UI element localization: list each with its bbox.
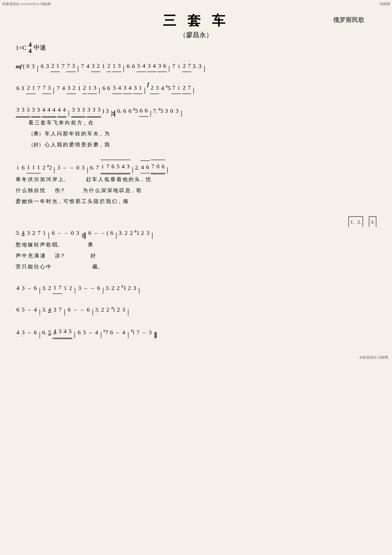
note-2b: 2 (96, 60, 100, 72)
lyrics-row-5c: 苦 只 能 往 心 中 藏。 (16, 262, 376, 272)
l-zhi: 只 (22, 262, 27, 272)
note-3lo-1: 3 (16, 104, 20, 116)
page: 本曲谱源自 www.ktv8.cn 词曲网 词曲网 三 套 车 （廖昌永） 俄罗… (0, 0, 392, 364)
note-2hi2: 2 (82, 82, 87, 94)
note-1i: 1 (53, 282, 57, 293)
l-chang: 唱。 (52, 240, 62, 250)
l-du: 独 (28, 185, 33, 196)
bar-line-final-7 (128, 309, 128, 315)
note-4p: 4 (94, 326, 99, 338)
l-shen3: 深 (101, 185, 106, 196)
tempo-text: 中速 (34, 43, 46, 52)
lyric-fu: 夫， (93, 129, 103, 139)
l-tou2: 头 (88, 196, 93, 207)
note-3i: 3˙ (21, 82, 25, 94)
note-6dot: 6. (117, 105, 121, 117)
bar-line (128, 332, 128, 338)
note-3lo-8: 3 (81, 104, 86, 116)
dash-15: – (115, 326, 121, 338)
bar-line (99, 88, 100, 94)
note-sharp5-c: #5 (158, 105, 163, 117)
key-label: 1=C (16, 44, 27, 51)
lyric-zai: 在 (88, 118, 93, 128)
bar-line (133, 167, 133, 173)
group-333b: 3 3 3 (71, 104, 86, 117)
l-de5: 地 (22, 240, 27, 250)
watermark-bottom: 本曲谱源自 河曲网 (359, 355, 388, 360)
l-ai2: 爱 (16, 196, 21, 207)
group-7i-b: 7 i (171, 82, 181, 94)
note-3-dot: 3. (192, 60, 197, 72)
note-4e: 4 (117, 82, 122, 94)
main-title: 三 套 车 (16, 12, 376, 30)
l-de3: 的 (128, 175, 134, 185)
note-1hi: 1 (101, 60, 106, 72)
notation-block-7: 6 5 – 4 3. 4 3 7 6 – – 6 3·. 2 2 #i 2 3 (16, 304, 376, 315)
l-an: 岸 (52, 175, 57, 185)
lyric-che2: 车 (45, 129, 50, 139)
note-0d: 0 (156, 161, 160, 172)
l-he: 河 (46, 175, 51, 185)
l-ge: 歌 (136, 185, 142, 196)
group-27: 2 7 (182, 60, 192, 72)
lyric-kan2: 看 (29, 118, 34, 128)
note-3lo-11: 3 (97, 104, 101, 116)
bar-line (169, 66, 169, 72)
note-7f: 7 (151, 161, 155, 172)
group-36: 3 6 (157, 60, 167, 72)
note-5d: 5 (21, 304, 25, 315)
watermark-top-right: 词曲网 (379, 1, 390, 6)
group-32b: 3 2 (67, 82, 76, 94)
note-7hi3: 7 (37, 82, 41, 94)
note-6l: 6 (21, 162, 25, 173)
note-sharp2: #2 (47, 162, 52, 173)
group-34: 3 4 (147, 60, 157, 72)
note-6n: 6 (145, 161, 150, 173)
dash-11: – (72, 304, 78, 315)
note-3w: 3 (75, 227, 80, 239)
notation-block-2: 6 3˙ 2 1 7 7 3 7 4 3 2 1 2 1 (16, 82, 376, 94)
note-7hi2: 7 (187, 60, 192, 72)
bar-line (116, 233, 116, 239)
note-3o: 3 (155, 82, 159, 94)
l-men: 们， (112, 196, 122, 207)
tempo-line: 1=C 4 4 中速 (16, 41, 376, 54)
note-1j: 1 (63, 282, 67, 294)
l-zhan: 辗 (28, 240, 33, 250)
l-man: 满 (34, 251, 39, 261)
time-signature: 4 4 (29, 41, 32, 54)
note-3lo-2: 3 (21, 104, 25, 116)
l-sp4 (63, 240, 87, 250)
l-sp5 (46, 251, 54, 261)
note-6d: 6 (163, 60, 167, 72)
lyric-hao-paren (16, 140, 28, 150)
note-5c: 5 (116, 161, 120, 172)
bar-line (103, 288, 103, 294)
group-73b: 7 3 (42, 82, 51, 94)
note-7h: 7 (58, 282, 62, 293)
lyric-wo2: 我 (105, 140, 110, 150)
note-2r: 2 (106, 304, 110, 315)
l-sheng2: 声 (16, 251, 21, 261)
lyric-xiang: 向 (65, 118, 70, 128)
note-4m: 4 (47, 304, 52, 315)
group-66: 6 6 (139, 105, 148, 117)
bar-line (93, 309, 93, 315)
note-2j: 2 (129, 227, 134, 239)
note-6v: 6 (67, 304, 71, 315)
lyric-qian: 前 (71, 118, 76, 128)
group-27b: 2 7 (182, 82, 191, 94)
note-6j: 6 (139, 105, 143, 116)
group-i76543: i 7 6 5 4 3 (100, 160, 130, 173)
group-31: 3 1 (133, 82, 143, 94)
l-cheng2: 乘 (88, 240, 93, 250)
note-5f: 5 (68, 325, 72, 337)
note-3d: 3 (91, 60, 95, 72)
notation-block-5: 1、2. 3. 3. 4 3 2 7 1 6 – – 0 3 (16, 216, 376, 272)
note-7hi5: 7 (187, 82, 191, 94)
group-21: 2 1 (50, 60, 60, 72)
note-3e: 3 (117, 60, 121, 72)
volta-area: 1、2. 3. (16, 216, 376, 227)
bar-line (145, 88, 145, 94)
lyric-na: 那 (63, 129, 68, 139)
